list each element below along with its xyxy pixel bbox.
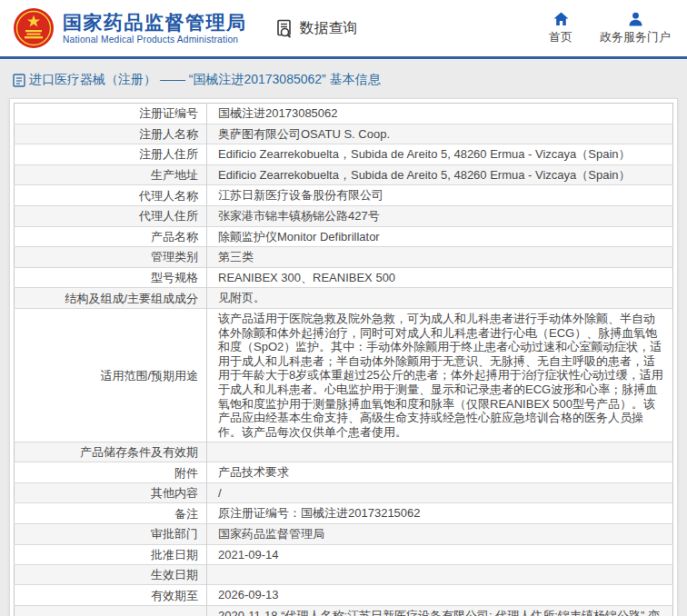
- row-label: 注册人住所: [15, 144, 207, 165]
- home-icon: [553, 12, 569, 26]
- breadcrumb: 进口医疗器械（注册） —— “国械注进20173085062” 基本信息: [13, 71, 687, 89]
- row-label: 适用范围/预期用途: [15, 308, 207, 442]
- breadcrumb-text: 进口医疗器械（注册） —— “国械注进20173085062” 基本信息: [29, 72, 381, 88]
- info-table: 注册证编号国械注进20173085062注册人名称奥萨图有限公司OSATU S.…: [14, 103, 673, 616]
- table-row: 其他内容/: [15, 482, 673, 503]
- row-value: 见附页。: [207, 288, 673, 309]
- page: 国家药品监督管理局 National Medical Products Admi…: [0, 0, 687, 616]
- table-row: 注册证编号国械注进20173085062: [15, 104, 673, 124]
- row-label: 批准日期: [15, 544, 207, 565]
- table-row: 备注原注册证编号：国械注进20173215062: [15, 503, 673, 524]
- document-icon: [13, 74, 25, 87]
- site-header: 国家药品监督管理局 National Medical Products Admi…: [0, 0, 687, 56]
- table-row: 生效日期: [15, 565, 673, 585]
- nav-gov-portal[interactable]: 政务服务门户: [600, 12, 671, 45]
- row-value: 该产品适用于医院急救及院外急救，可为成人和儿科患者进行手动体外除颤、半自动体外除…: [207, 308, 673, 442]
- table-row: 产品名称除颤监护仪Monitor Defibrillator: [15, 226, 673, 247]
- nav-home[interactable]: 首页: [549, 12, 572, 45]
- row-label: 生效日期: [15, 565, 207, 585]
- row-value: [207, 442, 673, 462]
- row-value: 奥萨图有限公司OSATU S. Coop.: [207, 124, 673, 144]
- row-label: 型号规格: [15, 267, 207, 288]
- row-label: 注册证编号: [15, 104, 207, 124]
- row-label: 有效期至: [15, 585, 207, 606]
- info-table-body: 注册证编号国械注进20173085062注册人名称奥萨图有限公司OSATU S.…: [15, 104, 673, 616]
- row-label: 产品储存条件及有效期: [15, 442, 207, 462]
- national-emblem-icon: [13, 7, 55, 49]
- row-value: 2021-09-14: [207, 544, 673, 565]
- table-row: 代理人名称江苏日新医疗设备股份有限公司: [15, 185, 673, 206]
- row-value: Edificio Zearrekobuelta，Subida de Areito…: [207, 144, 673, 165]
- row-value: 产品技术要求: [207, 462, 673, 483]
- row-value: 江苏日新医疗设备股份有限公司: [207, 185, 673, 206]
- row-value: 原注册证编号：国械注进20173215062: [207, 503, 673, 524]
- table-row: 适用范围/预期用途该产品适用于医院急救及院外急救，可为成人和儿科患者进行手动体外…: [15, 308, 673, 442]
- row-label: 备注: [15, 503, 207, 524]
- nav-data-query[interactable]: 数据查询: [276, 19, 358, 38]
- site-subtitle: National Medical Products Administration: [63, 35, 247, 45]
- logo-text: 国家药品监督管理局 National Medical Products Admi…: [63, 12, 247, 45]
- nav-home-label: 首页: [549, 29, 572, 45]
- table-row: 附件产品技术要求: [15, 462, 673, 483]
- table-row: 产品储存条件及有效期: [15, 442, 673, 462]
- row-label: 代理人住所: [15, 205, 207, 226]
- table-row: 注册人名称奥萨图有限公司OSATU S. Coop.: [15, 124, 673, 144]
- row-label: 注册人名称: [15, 124, 207, 144]
- table-row: 型号规格REANIBEX 300、REANIBEX 500: [15, 267, 673, 288]
- table-row: 批准日期2021-09-14: [15, 544, 673, 565]
- row-value: 国械注进20173085062: [207, 104, 673, 124]
- nmpa-logo[interactable]: 国家药品监督管理局 National Medical Products Admi…: [13, 7, 247, 49]
- table-row: 管理类别第三类: [15, 247, 673, 268]
- data-query-label: 数据查询: [300, 19, 358, 38]
- row-label: 变更情况: [15, 605, 207, 616]
- row-label: 管理类别: [15, 247, 207, 268]
- row-value: Edificio Zearrekobuelta，Subida de Areito…: [207, 164, 673, 185]
- row-value: 2026-09-13: [207, 585, 673, 606]
- row-label: 审批部门: [15, 524, 207, 545]
- row-label: 产品名称: [15, 226, 207, 247]
- site-title: 国家药品监督管理局: [63, 12, 247, 34]
- person-icon: [628, 12, 643, 26]
- row-value: 张家港市锦丰镇杨锦公路427号: [207, 205, 673, 226]
- row-value: 2020-11-18 “代理人名称:江苏日新医疗设备有限公司; 代理人住所:锦丰…: [207, 605, 673, 616]
- row-label: 生产地址: [15, 164, 207, 185]
- row-label: 结构及组成/主要组成成分: [15, 288, 207, 309]
- table-row: 生产地址Edificio Zearrekobuelta，Subida de Ar…: [15, 164, 673, 185]
- table-row: 结构及组成/主要组成成分见附页。: [15, 288, 673, 309]
- table-row: 有效期至2026-09-13: [15, 585, 673, 606]
- document-search-icon: [276, 19, 295, 38]
- row-value: [207, 565, 673, 585]
- row-label: 代理人名称: [15, 185, 207, 206]
- detail-panel: 注册证编号国械注进20173085062注册人名称奥萨图有限公司OSATU S.…: [9, 98, 678, 616]
- table-row: 变更情况2020-11-18 “代理人名称:江苏日新医疗设备有限公司; 代理人住…: [15, 605, 673, 616]
- table-row: 代理人住所张家港市锦丰镇杨锦公路427号: [15, 205, 673, 226]
- row-value: 第三类: [207, 247, 673, 268]
- table-row: 注册人住所Edificio Zearrekobuelta，Subida de A…: [15, 144, 673, 165]
- header-divider: [0, 56, 687, 59]
- row-label: 附件: [15, 462, 207, 483]
- table-row: 审批部门国家药品监督管理局: [15, 524, 673, 545]
- nav-gov-portal-label: 政务服务门户: [600, 29, 671, 45]
- row-value: 除颤监护仪Monitor Defibrillator: [207, 226, 673, 247]
- row-value: REANIBEX 300、REANIBEX 500: [207, 267, 673, 288]
- row-value: 国家药品监督管理局: [207, 524, 673, 545]
- row-label: 其他内容: [15, 482, 207, 503]
- top-nav: 首页 政务服务门户: [549, 12, 671, 45]
- row-value: /: [207, 482, 673, 503]
